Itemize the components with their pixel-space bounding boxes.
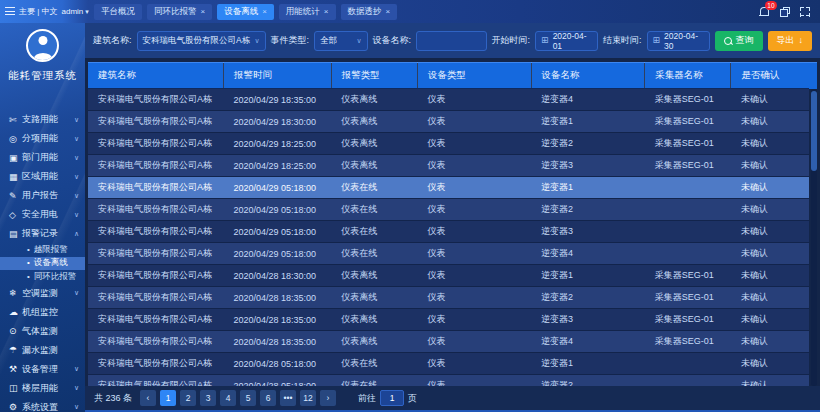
table-cell: 采集器SEG-01 xyxy=(645,111,731,133)
chevron-down-icon: ∨ xyxy=(254,37,259,45)
page-number-button[interactable]: 3 xyxy=(200,390,216,406)
table-cell: 2020/04/28 18:30:00 xyxy=(223,265,331,287)
sidebar-item[interactable]: ☂ 漏水监测 xyxy=(0,341,85,360)
tab-close-icon[interactable]: × xyxy=(201,7,206,16)
goto-page-input[interactable]: 1 xyxy=(380,390,404,406)
notification-bell[interactable]: 10 xyxy=(758,6,770,18)
sidebar-subitem[interactable]: • 同环比报警 xyxy=(0,270,85,284)
user-menu[interactable]: admin ▾ xyxy=(62,7,89,16)
sidebar-item[interactable]: ☁ 机组监控 xyxy=(0,303,85,322)
tab[interactable]: 用能统计 × xyxy=(279,4,336,20)
column-header: 采集器名称 xyxy=(645,63,731,89)
start-date-picker[interactable]: ⊞ 2020-04-01 xyxy=(535,31,598,51)
table-row[interactable]: 安科瑞电气股份有限公司A栋2020/04/29 18:35:00仪表离线仪表逆变… xyxy=(88,89,809,111)
sidebar: 能耗管理系统 ✄ 支路用能 ∨ ◎ 分项用能 ∨ ▣ 部门用能 ∨ ▦ 区域用能… xyxy=(0,23,85,412)
sidebar-item[interactable]: ◎ 分项用能 ∨ xyxy=(0,129,85,148)
sidebar-item[interactable]: ✄ 支路用能 ∨ xyxy=(0,110,85,129)
pagination-bar: 共 236 条 ‹ 123456•••12 › 前往 1 页 xyxy=(85,386,820,410)
tab-close-icon[interactable]: × xyxy=(262,7,267,16)
table-cell: 采集器SEG-01 xyxy=(645,89,731,111)
scrollbar-thumb[interactable] xyxy=(811,91,817,171)
sidebar-item[interactable]: ✎ 用户报告 ∨ xyxy=(0,186,85,205)
tab[interactable]: 数据透抄 × xyxy=(341,4,398,20)
restore-window-icon[interactable] xyxy=(780,7,790,17)
sidebar-item[interactable]: ◫ 楼层用能 ∨ xyxy=(0,379,85,398)
page-number-button[interactable]: 2 xyxy=(180,390,196,406)
table-row[interactable]: 安科瑞电气股份有限公司A栋2020/04/29 18:25:00仪表离线仪表逆变… xyxy=(88,155,809,177)
fullscreen-icon[interactable] xyxy=(800,7,810,17)
prev-page-button[interactable]: ‹ xyxy=(140,390,156,406)
calendar-icon: ⊞ xyxy=(541,36,549,45)
table-cell: 安科瑞电气股份有限公司A栋 xyxy=(88,287,223,309)
menu-item-label: 区域用能 xyxy=(22,170,74,183)
calendar-icon: ⊞ xyxy=(653,36,661,45)
sidebar-subitem[interactable]: • 设备离线 xyxy=(0,257,85,271)
user-name: admin xyxy=(62,7,84,16)
table-row[interactable]: 安科瑞电气股份有限公司A栋2020/04/28 18:35:00仪表离线仪表逆变… xyxy=(88,331,809,353)
sidebar-item[interactable]: ⊙ 气体监测 xyxy=(0,322,85,341)
table-row[interactable]: 安科瑞电气股份有限公司A栋2020/04/29 18:30:00仪表离线仪表逆变… xyxy=(88,111,809,133)
table-row[interactable]: 安科瑞电气股份有限公司A栋2020/04/28 05:18:00仪表在线仪表逆变… xyxy=(88,375,809,387)
next-page-button[interactable]: › xyxy=(320,390,336,406)
sidebar-item[interactable]: ⚒ 设备管理 ∨ xyxy=(0,360,85,379)
menu-item-label: 空调监测 xyxy=(22,287,74,300)
page-number-button[interactable]: 4 xyxy=(220,390,236,406)
end-date-picker[interactable]: ⊞ 2020-04-30 xyxy=(647,31,710,51)
leak-monitor-icon: ☂ xyxy=(9,345,22,355)
menu-item-label: 楼层用能 xyxy=(22,382,74,395)
table-row[interactable]: 安科瑞电气股份有限公司A栋2020/04/28 18:35:00仪表离线仪表逆变… xyxy=(88,287,809,309)
search-button[interactable]: 查询 xyxy=(715,31,763,51)
event-type-select[interactable]: 全部 ∨ xyxy=(314,31,368,51)
hamburger-menu-icon[interactable] xyxy=(5,7,15,16)
sidebar-item[interactable]: ▤ 报警记录 ∧ xyxy=(0,224,85,243)
building-select[interactable]: 安科瑞电气股份有限公司A栋 ∨ xyxy=(137,31,266,51)
tab-close-icon[interactable]: × xyxy=(386,7,391,16)
table-row[interactable]: 安科瑞电气股份有限公司A栋2020/04/29 05:18:00仪表在线仪表逆变… xyxy=(88,177,809,199)
tab[interactable]: 同环比报警 × xyxy=(147,4,212,20)
area-energy-icon: ▦ xyxy=(9,172,22,182)
submenu-item-label: 越限报警 xyxy=(34,244,68,256)
table-row[interactable]: 安科瑞电气股份有限公司A栋2020/04/29 05:18:00仪表在线仪表逆变… xyxy=(88,221,809,243)
menu-item-label: 部门用能 xyxy=(22,151,74,164)
table-cell: 仪表在线 xyxy=(331,243,417,265)
table-cell: 安科瑞电气股份有限公司A栋 xyxy=(88,353,223,375)
sidebar-item[interactable]: ❄ 空调监测 ∨ xyxy=(0,284,85,303)
sidebar-item[interactable]: ▣ 部门用能 ∨ xyxy=(0,148,85,167)
table-cell: 逆变器4 xyxy=(531,243,645,265)
tab[interactable]: 平台概况 xyxy=(94,4,142,20)
bullet-icon: • xyxy=(27,259,30,267)
building-select-value: 安科瑞电气股份有限公司A栋 xyxy=(143,35,251,47)
tab[interactable]: 设备离线 × xyxy=(217,4,274,20)
search-icon xyxy=(724,37,732,45)
device-name-input[interactable] xyxy=(422,36,481,46)
table-cell: 采集器SEG-01 xyxy=(645,133,731,155)
vertical-scrollbar[interactable] xyxy=(811,89,817,386)
table-row[interactable]: 安科瑞电气股份有限公司A栋2020/04/28 18:30:00仪表离线仪表逆变… xyxy=(88,265,809,287)
table-row[interactable]: 安科瑞电气股份有限公司A栋2020/04/28 18:35:00仪表离线仪表逆变… xyxy=(88,309,809,331)
table-cell: 安科瑞电气股份有限公司A栋 xyxy=(88,89,223,111)
page-number-button[interactable]: 12 xyxy=(300,390,316,406)
page-number-button[interactable]: ••• xyxy=(280,390,296,406)
table-row[interactable]: 安科瑞电气股份有限公司A栋2020/04/29 05:18:00仪表在线仪表逆变… xyxy=(88,243,809,265)
sidebar-item[interactable]: ⚙ 系统设置 ∨ xyxy=(0,398,85,412)
table-cell: 安科瑞电气股份有限公司A栋 xyxy=(88,199,223,221)
notification-badge: 10 xyxy=(765,1,777,10)
table-cell xyxy=(645,177,731,199)
page-number-button[interactable]: 5 xyxy=(240,390,256,406)
table-cell: 未确认 xyxy=(731,89,809,111)
sidebar-subitem[interactable]: • 越限报警 xyxy=(0,243,85,257)
start-time-label: 开始时间: xyxy=(492,34,531,47)
table-row[interactable]: 安科瑞电气股份有限公司A栋2020/04/28 05:18:00仪表在线仪表逆变… xyxy=(88,353,809,375)
device-name-label: 设备名称: xyxy=(373,34,412,47)
table-row[interactable]: 安科瑞电气股份有限公司A栋2020/04/29 05:18:00仪表在线仪表逆变… xyxy=(88,199,809,221)
page-number-button[interactable]: 1 xyxy=(160,390,176,406)
page-number-button[interactable]: 6 xyxy=(260,390,276,406)
sidebar-item[interactable]: ▦ 区域用能 ∨ xyxy=(0,167,85,186)
sidebar-item[interactable]: ◇ 安全用电 ∨ xyxy=(0,205,85,224)
user-report-icon: ✎ xyxy=(9,191,22,201)
table-cell: 仪表离线 xyxy=(331,111,417,133)
export-button[interactable]: 导出 ↓ xyxy=(768,31,813,51)
table-row[interactable]: 安科瑞电气股份有限公司A栋2020/04/29 18:25:00仪表离线仪表逆变… xyxy=(88,133,809,155)
tab-close-icon[interactable]: × xyxy=(324,7,329,16)
table-cell: 安科瑞电气股份有限公司A栋 xyxy=(88,155,223,177)
